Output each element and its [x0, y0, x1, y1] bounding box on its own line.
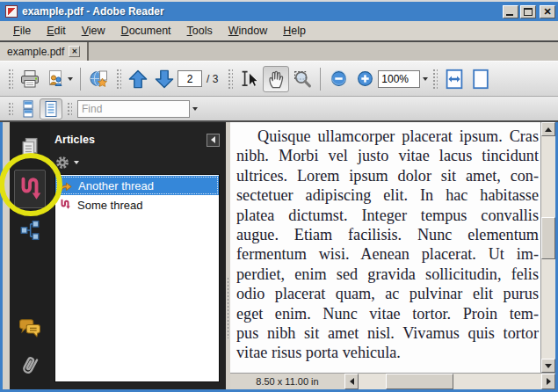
close-button[interactable]: ✕: [540, 5, 555, 18]
comments-panel-button[interactable]: [14, 314, 46, 344]
hand-tool-icon: [265, 69, 286, 90]
page-display-toolbar: [0, 97, 558, 122]
horizontal-scrollbar[interactable]: [344, 374, 555, 389]
down-arrow-icon: [545, 364, 552, 368]
doc-text-line: ultrices. Lorem ipsum dolor sit amet, co…: [236, 166, 539, 185]
select-tool-icon: [239, 69, 260, 90]
scroll-left-button[interactable]: [344, 374, 359, 389]
hand-tool-button[interactable]: [263, 66, 289, 92]
toolbar-grip[interactable]: [115, 68, 121, 91]
panel-splitter[interactable]: [226, 122, 230, 389]
toolbar-grip[interactable]: [431, 68, 438, 91]
toolbar-grip[interactable]: [66, 101, 72, 117]
thread-icon: [59, 199, 72, 212]
app-window: example.pdf - Adobe Reader ✕ File Edit V…: [0, 0, 558, 392]
zoom-level-input[interactable]: [381, 73, 417, 85]
doc-text-line: odio placerat quam, ac pulvinar elit pur…: [236, 284, 539, 303]
main-toolbar: / 3: [0, 61, 558, 97]
collapse-left-icon: [211, 136, 215, 143]
minimize-button[interactable]: [503, 5, 518, 18]
vertical-scroll-track[interactable]: [541, 136, 555, 359]
toolbar-grip[interactable]: [227, 68, 233, 91]
articles-panel: Articles: [50, 122, 226, 389]
find-input[interactable]: [77, 100, 190, 118]
options-gear-icon[interactable]: [54, 155, 70, 171]
tab-label: example.pdf: [7, 46, 64, 58]
acrobat-online-button[interactable]: [85, 66, 112, 92]
layers-icon: [18, 219, 41, 242]
zoom-in-icon: [356, 69, 374, 88]
toolbar-grip[interactable]: [7, 101, 13, 117]
toolbar-grip[interactable]: [7, 68, 13, 91]
up-arrow-icon: [545, 127, 552, 132]
pages-panel-button[interactable]: [14, 133, 46, 163]
panel-title: Articles: [54, 134, 207, 146]
menu-file[interactable]: File: [5, 22, 39, 40]
navigation-zone: Articles: [10, 122, 226, 389]
collaborate-icon: [46, 69, 65, 89]
collaborate-button[interactable]: [43, 66, 76, 92]
panel-collapse-button[interactable]: [207, 134, 220, 147]
menu-tools[interactable]: Tools: [179, 22, 221, 40]
next-page-button[interactable]: [151, 66, 178, 92]
content-area: Articles: [3, 122, 555, 392]
menu-help[interactable]: Help: [275, 22, 314, 40]
scrolling-pages-button[interactable]: [17, 98, 40, 120]
vertical-scrollbar[interactable]: [540, 122, 555, 373]
page-total-label: / 3: [207, 73, 218, 85]
articles-panel-button[interactable]: [14, 170, 46, 208]
menu-window[interactable]: Window: [221, 22, 275, 40]
maximize-button[interactable]: [520, 5, 536, 18]
pdf-app-icon[interactable]: [5, 5, 18, 18]
menu-view[interactable]: View: [74, 22, 113, 40]
options-dropdown-arrow[interactable]: [74, 161, 79, 164]
menu-edit[interactable]: Edit: [39, 22, 74, 40]
single-page-view-icon: [42, 100, 60, 118]
close-icon: ✕: [540, 6, 554, 18]
vertical-scroll-thumb[interactable]: [541, 217, 555, 259]
attachments-panel-button[interactable]: [14, 351, 46, 381]
document-page[interactable]: Quisque ullamcorper placerat ipsum. Cras…: [230, 122, 540, 373]
single-page-view-button[interactable]: [40, 98, 62, 120]
page-down-arrow-icon: [154, 69, 175, 90]
page-number-input[interactable]: [178, 70, 202, 87]
fit-width-button[interactable]: [441, 66, 467, 92]
printer-icon: [19, 69, 40, 89]
doc-text-line: eget enim. Nunc vitae tortor. Proin tem-: [236, 304, 539, 323]
previous-page-button[interactable]: [125, 66, 151, 92]
horizontal-scroll-thumb[interactable]: [386, 374, 453, 389]
fit-page-button[interactable]: [467, 66, 494, 92]
collaborate-dropdown-arrow[interactable]: [68, 77, 73, 81]
thread-item-another[interactable]: Another thread: [55, 176, 219, 195]
globe-page-icon: [89, 69, 109, 89]
scroll-up-button[interactable]: [541, 122, 555, 136]
layers-panel-button[interactable]: [14, 215, 46, 245]
tab-example-pdf[interactable]: example.pdf ✕: [0, 42, 89, 61]
current-thread-arrow-icon: [59, 179, 73, 192]
marquee-zoom-button[interactable]: [289, 66, 315, 92]
thread-item-some[interactable]: Some thread: [55, 195, 219, 214]
doc-text-line: augue. Etiam facilisis. Nunc elementum: [236, 225, 539, 244]
nav-panel-icon-strip: [10, 122, 50, 389]
toolbar-separator: [80, 68, 81, 91]
doc-text-line: fermentum wisi. Aenean placerat. Ut im-: [236, 244, 539, 264]
menu-document[interactable]: Document: [113, 22, 179, 40]
find-dropdown-arrow[interactable]: [192, 107, 198, 111]
zoom-in-button[interactable]: [351, 66, 378, 92]
scroll-down-button[interactable]: [541, 359, 555, 373]
select-tool-button[interactable]: [236, 66, 263, 92]
articles-icon: [17, 174, 43, 204]
doc-text-line: nibh. Morbi vel justo vitae lacus tincid…: [236, 146, 539, 165]
print-button[interactable]: [17, 66, 43, 92]
toolbar-separator: [320, 68, 321, 91]
tab-close-icon[interactable]: ✕: [69, 46, 80, 57]
zoom-dropdown-arrow[interactable]: [423, 77, 428, 81]
panel-options-toolbar: [54, 151, 220, 174]
doc-text-line: platea dictumst. Integer tempus convalli…: [236, 206, 539, 225]
zoom-level-combo[interactable]: [378, 70, 420, 88]
zoom-out-icon: [330, 69, 348, 88]
paperclip-icon: [18, 352, 42, 379]
horizontal-scroll-track[interactable]: [359, 374, 541, 389]
zoom-out-button[interactable]: [325, 66, 351, 92]
scroll-right-button[interactable]: [541, 374, 555, 389]
